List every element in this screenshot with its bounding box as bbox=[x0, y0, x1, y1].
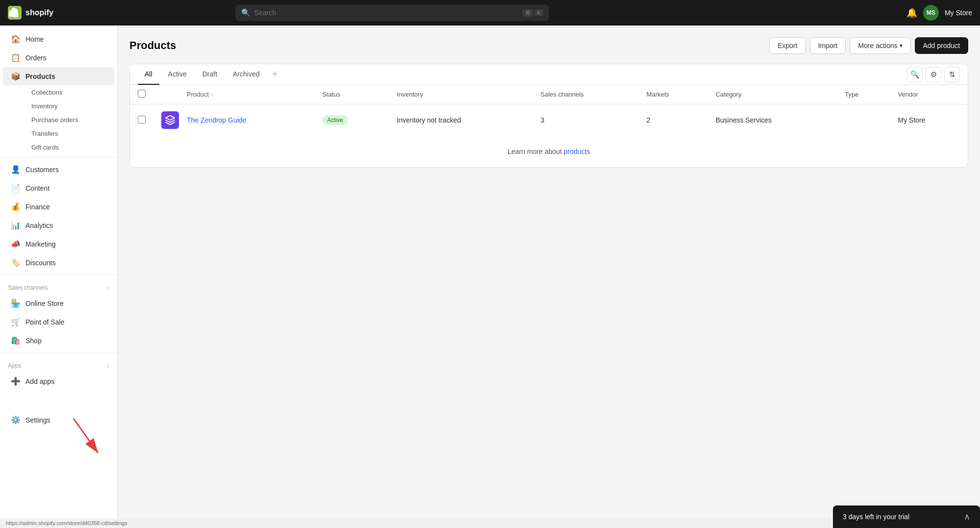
shortcut-key: K bbox=[534, 9, 543, 16]
search-shortcut: ⌘ K bbox=[523, 9, 543, 17]
row-category: Business Services bbox=[708, 104, 837, 136]
tab-archived[interactable]: Archived bbox=[226, 64, 266, 85]
trial-text: 3 days left in your trial bbox=[843, 513, 909, 521]
export-button[interactable]: Export bbox=[769, 37, 805, 54]
add-tab-button[interactable]: + bbox=[269, 65, 282, 83]
sidebar-item-transfers[interactable]: Transfers bbox=[25, 127, 114, 140]
row-thumb-cell bbox=[153, 104, 179, 136]
products-learn-more-link[interactable]: products bbox=[564, 148, 590, 155]
sidebar-bottom: ⚙️ Settings bbox=[0, 410, 117, 429]
sidebar-label-marketing: Marketing bbox=[25, 240, 55, 248]
sidebar-item-settings[interactable]: ⚙️ Settings bbox=[3, 411, 114, 429]
sidebar-label-point-of-sale: Point of Sale bbox=[25, 318, 64, 326]
sidebar-item-add-apps[interactable]: ➕ Add apps bbox=[3, 372, 114, 390]
settings-icon: ⚙️ bbox=[11, 415, 21, 425]
trial-banner: 3 days left in your trial ∧ bbox=[833, 505, 980, 528]
avatar[interactable]: MS bbox=[923, 5, 939, 21]
sidebar-item-inventory[interactable]: Inventory bbox=[25, 100, 114, 113]
row-type bbox=[837, 104, 890, 136]
tab-active[interactable]: Active bbox=[161, 64, 194, 85]
header-checkbox-cell bbox=[130, 85, 153, 104]
header-markets: Markets bbox=[639, 85, 708, 104]
bell-icon[interactable]: 🔔 bbox=[906, 7, 917, 18]
filter-icon: ⚙ bbox=[930, 70, 937, 79]
sidebar-item-purchase-orders[interactable]: Purchase orders bbox=[25, 113, 114, 126]
sidebar-item-home[interactable]: 🏠 Home bbox=[3, 30, 114, 48]
sidebar-item-discounts[interactable]: 🏷️ Discounts bbox=[3, 253, 114, 272]
sidebar-item-point-of-sale[interactable]: 🛒 Point of Sale bbox=[3, 313, 114, 331]
header-inventory: Inventory bbox=[389, 85, 533, 104]
sidebar-label-orders: Orders bbox=[25, 54, 47, 62]
products-submenu: Collections Inventory Purchase orders Tr… bbox=[0, 86, 117, 154]
search-input[interactable] bbox=[254, 9, 519, 17]
products-table-container: Product ↑ Status Inventory Sales channel… bbox=[130, 85, 968, 136]
content-icon: 📄 bbox=[11, 183, 21, 193]
store-name[interactable]: My Store bbox=[945, 9, 972, 17]
sidebar-item-shop[interactable]: 🛍️ Shop bbox=[3, 331, 114, 350]
sidebar-label-online-store: Online Store bbox=[25, 300, 64, 307]
sidebar-label-analytics: Analytics bbox=[25, 222, 53, 229]
point-of-sale-icon: 🛒 bbox=[11, 317, 21, 327]
import-button[interactable]: Import bbox=[810, 37, 846, 54]
search-table-icon: 🔍 bbox=[910, 70, 920, 79]
search-filter-button[interactable]: 🔍 bbox=[907, 67, 923, 82]
add-product-button[interactable]: Add product bbox=[915, 37, 969, 54]
sidebar-item-finance[interactable]: 💰 Finance bbox=[3, 198, 114, 216]
sidebar-item-content[interactable]: 📄 Content bbox=[3, 179, 114, 197]
header-vendor: Vendor bbox=[890, 85, 968, 104]
sidebar-label-settings: Settings bbox=[25, 416, 50, 424]
sidebar-label-content: Content bbox=[25, 184, 50, 192]
app-body: 🏠 Home 📋 Orders 📦 Products Collections I… bbox=[0, 25, 980, 528]
logo-area[interactable]: shopify bbox=[8, 6, 53, 20]
row-markets: 2 bbox=[639, 104, 708, 136]
apps-label: Apps › bbox=[0, 356, 117, 372]
sidebar-label-shop: Shop bbox=[25, 337, 42, 345]
filter-button[interactable]: ⚙ bbox=[926, 67, 941, 82]
search-bar[interactable]: 🔍 ⌘ K bbox=[235, 4, 549, 21]
more-actions-button[interactable]: More actions ▾ bbox=[850, 37, 910, 54]
row-status-cell: Active bbox=[314, 104, 389, 136]
learn-more-section: Learn more about products bbox=[130, 136, 968, 167]
products-card: All Active Draft Archived + 🔍 ⚙ ⇅ bbox=[129, 64, 968, 168]
row-product-name[interactable]: The Zendrop Guide bbox=[179, 104, 314, 136]
tab-draft[interactable]: Draft bbox=[196, 64, 224, 85]
sidebar-item-orders[interactable]: 📋 Orders bbox=[3, 49, 114, 67]
sidebar-item-products[interactable]: 📦 Products bbox=[3, 67, 114, 85]
header-product[interactable]: Product ↑ bbox=[179, 85, 314, 104]
add-apps-icon: ➕ bbox=[11, 377, 21, 386]
logo-text: shopify bbox=[25, 8, 53, 17]
row-checkbox-cell bbox=[130, 104, 153, 136]
sidebar-item-marketing[interactable]: 📣 Marketing bbox=[3, 235, 114, 253]
sidebar-item-gift-cards[interactable]: Gift cards bbox=[25, 141, 114, 154]
product-thumbnail bbox=[161, 111, 179, 129]
page-title: Products bbox=[129, 39, 769, 52]
tab-all[interactable]: All bbox=[138, 64, 159, 85]
product-sort-icon: ↑ bbox=[211, 92, 214, 98]
select-all-checkbox[interactable] bbox=[138, 90, 146, 98]
search-icon: 🔍 bbox=[241, 8, 251, 17]
sidebar-divider-1 bbox=[0, 157, 117, 157]
header-sales-channels: Sales channels bbox=[533, 85, 639, 104]
online-store-icon: 🏪 bbox=[11, 299, 21, 308]
sales-channels-expand-icon[interactable]: › bbox=[107, 284, 109, 292]
sidebar-item-customers[interactable]: 👤 Customers bbox=[3, 160, 114, 178]
row-checkbox[interactable] bbox=[138, 116, 146, 124]
table-row[interactable]: The Zendrop Guide Active Inventory not t… bbox=[130, 104, 968, 136]
apps-expand-icon[interactable]: › bbox=[107, 362, 109, 370]
row-sales-channels: 3 bbox=[533, 104, 639, 136]
header-category: Category bbox=[708, 85, 837, 104]
tabs-bar: All Active Draft Archived + 🔍 ⚙ ⇅ bbox=[130, 64, 968, 85]
marketing-icon: 📣 bbox=[11, 239, 21, 249]
sidebar-label-finance: Finance bbox=[25, 203, 50, 211]
sidebar-item-analytics[interactable]: 📊 Analytics bbox=[3, 216, 114, 234]
chevron-down-icon: ▾ bbox=[900, 42, 903, 49]
table-header-row: Product ↑ Status Inventory Sales channel… bbox=[130, 85, 968, 104]
sort-button[interactable]: ⇅ bbox=[944, 67, 960, 82]
sidebar-item-online-store[interactable]: 🏪 Online Store bbox=[3, 294, 114, 312]
shortcut-meta: ⌘ bbox=[523, 9, 533, 17]
home-icon: 🏠 bbox=[11, 34, 21, 44]
header-status: Status bbox=[314, 85, 389, 104]
sidebar-item-collections[interactable]: Collections bbox=[25, 86, 114, 99]
customers-icon: 👤 bbox=[11, 165, 21, 174]
trial-collapse-button[interactable]: ∧ bbox=[964, 511, 970, 522]
